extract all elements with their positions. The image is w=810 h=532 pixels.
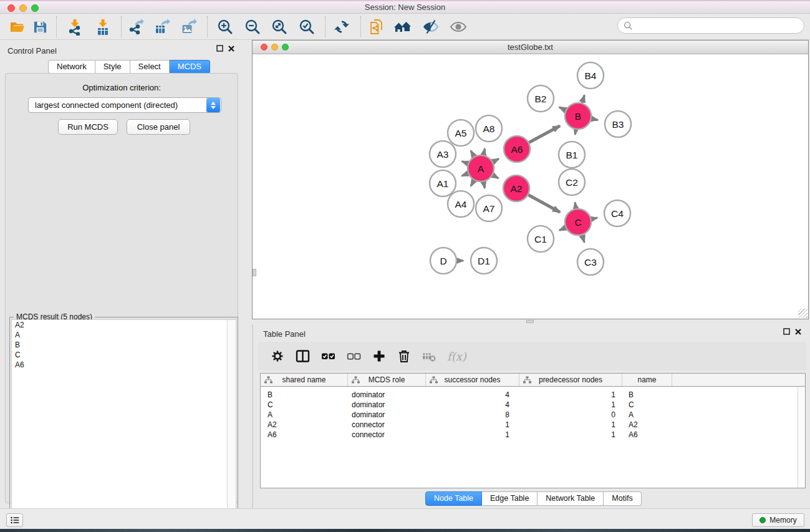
- table-cell: 1: [426, 430, 519, 440]
- graph-edge[interactable]: [493, 159, 498, 162]
- memory-button[interactable]: Memory: [752, 513, 804, 527]
- dropdown-stepper-icon: [206, 98, 220, 112]
- home-icon[interactable]: [394, 18, 412, 36]
- zoom-window-light[interactable]: [31, 4, 39, 12]
- close-view-light[interactable]: [261, 44, 268, 51]
- column-header-shared-name[interactable]: shared name: [261, 374, 348, 386]
- network-graph[interactable]: AA1A2A3A4A5A6A7A8BB1B2B3B4CC1C2C3C4DD1: [253, 54, 808, 319]
- node-table-header: shared name MCDS role successor nodes pr…: [261, 374, 805, 387]
- open-file-icon[interactable]: [9, 18, 26, 36]
- table-row[interactable]: A6connector11A6: [261, 430, 805, 440]
- graph-edge[interactable]: [582, 235, 585, 243]
- minimize-view-light[interactable]: [271, 44, 278, 51]
- minimize-window-light[interactable]: [19, 4, 27, 12]
- attribute-type-icon: [264, 376, 272, 384]
- table-row[interactable]: Cdominator41C: [261, 400, 805, 410]
- graph-edge[interactable]: [528, 195, 560, 213]
- graph-edge[interactable]: [493, 175, 498, 178]
- add-column-icon[interactable]: [372, 349, 386, 363]
- result-item[interactable]: C: [12, 350, 236, 360]
- table-settings-gear-icon[interactable]: [271, 349, 284, 363]
- run-mcds-button[interactable]: Run MCDS: [58, 119, 118, 135]
- graph-edge[interactable]: [559, 107, 566, 110]
- table-cell: B: [622, 390, 672, 400]
- graph-edge[interactable]: [592, 118, 598, 120]
- graph-edge[interactable]: [471, 151, 474, 157]
- graph-edge[interactable]: [483, 148, 485, 155]
- graph-node-label: A4: [455, 199, 467, 210]
- float-panel-icon[interactable]: [216, 45, 223, 52]
- import-table-icon[interactable]: [94, 18, 112, 36]
- splitter-handle-bottom[interactable]: [526, 320, 534, 323]
- graph-edge[interactable]: [575, 130, 576, 135]
- split-columns-icon[interactable]: [296, 349, 310, 363]
- tab-select[interactable]: Select: [130, 60, 170, 74]
- tab-network[interactable]: Network: [48, 60, 95, 74]
- table-row[interactable]: A2connector11A2: [261, 420, 805, 430]
- column-header-mcds-role[interactable]: MCDS role: [348, 374, 426, 386]
- tab-mcds[interactable]: MCDS: [170, 60, 210, 74]
- table-cell: 1: [519, 420, 622, 430]
- graph-edge[interactable]: [591, 218, 597, 219]
- zoom-view-light[interactable]: [282, 44, 289, 51]
- zoom-in-icon[interactable]: [216, 18, 234, 36]
- graph-edge[interactable]: [559, 228, 566, 230]
- graph-node-label: A1: [437, 178, 449, 189]
- graph-edge[interactable]: [462, 162, 468, 164]
- clone-network-icon[interactable]: [369, 18, 386, 36]
- tab-node-table[interactable]: Node Table: [425, 491, 482, 506]
- window-resize-grip[interactable]: [798, 309, 808, 318]
- close-panel-icon[interactable]: [228, 46, 234, 52]
- float-table-panel-icon[interactable]: [783, 328, 790, 335]
- graph-edge[interactable]: [529, 126, 560, 143]
- result-item[interactable]: A2: [12, 320, 236, 330]
- show-task-history-button[interactable]: [6, 513, 23, 527]
- import-network-icon[interactable]: [66, 18, 84, 36]
- graph-edge[interactable]: [462, 173, 468, 176]
- save-session-icon[interactable]: [31, 18, 49, 36]
- tab-style[interactable]: Style: [95, 60, 130, 74]
- table-scrollbar[interactable]: [798, 387, 805, 488]
- toggle-graphics-details-icon[interactable]: [422, 18, 439, 36]
- deselect-all-checkboxes-icon[interactable]: [347, 349, 361, 363]
- tab-network-table[interactable]: Network Table: [538, 491, 604, 506]
- zoom-out-icon[interactable]: [244, 18, 261, 36]
- result-item[interactable]: A: [12, 330, 236, 340]
- graph-edge[interactable]: [471, 180, 474, 186]
- select-all-checkboxes-icon[interactable]: [321, 349, 335, 363]
- criterion-dropdown[interactable]: largest connected component (directed): [28, 97, 221, 113]
- tab-motifs[interactable]: Motifs: [604, 491, 641, 506]
- close-table-panel-icon[interactable]: [795, 329, 801, 335]
- mcds-tab-content: Optimization criterion: largest connecte…: [5, 73, 238, 503]
- splitter-handle-left[interactable]: [253, 269, 256, 276]
- graph-edge[interactable]: [582, 95, 584, 103]
- table-row[interactable]: Bdominator41B: [261, 390, 805, 400]
- search-input[interactable]: [617, 17, 804, 34]
- main-toolbar: [0, 14, 810, 40]
- close-window-light[interactable]: [7, 4, 15, 12]
- graph-edge[interactable]: [483, 182, 485, 188]
- result-item[interactable]: B: [12, 340, 236, 350]
- tab-edge-table[interactable]: Edge Table: [482, 491, 538, 506]
- export-table-icon[interactable]: [153, 18, 171, 36]
- table-row[interactable]: Adominator80A: [261, 410, 805, 420]
- export-network-icon[interactable]: [127, 18, 145, 36]
- column-header-successor-nodes[interactable]: successor nodes: [426, 374, 519, 386]
- show-hide-details-icon[interactable]: [450, 18, 467, 36]
- close-panel-button[interactable]: Close panel: [127, 119, 190, 135]
- result-list-scrollbar[interactable]: [227, 320, 236, 530]
- column-header-predecessor-nodes[interactable]: predecessor nodes: [519, 374, 622, 386]
- export-image-icon[interactable]: [180, 18, 198, 36]
- control-panel-title: Control Panel: [7, 45, 57, 56]
- delete-column-icon[interactable]: [397, 349, 411, 363]
- graph-edge[interactable]: [575, 203, 576, 209]
- zoom-selected-icon[interactable]: [298, 18, 316, 36]
- network-window-titlebar[interactable]: testGlobe.txt: [253, 41, 808, 54]
- zoom-fit-icon[interactable]: [271, 18, 288, 36]
- column-header-name[interactable]: name: [622, 374, 672, 386]
- result-item[interactable]: A6: [12, 360, 236, 370]
- graph-node-label: D: [440, 256, 446, 266]
- refresh-layout-icon[interactable]: [333, 18, 350, 36]
- network-canvas[interactable]: AA1A2A3A4A5A6A7A8BB1B2B3B4CC1C2C3C4DD1: [253, 54, 808, 319]
- mcds-result-list[interactable]: A2ABCA6: [11, 319, 236, 530]
